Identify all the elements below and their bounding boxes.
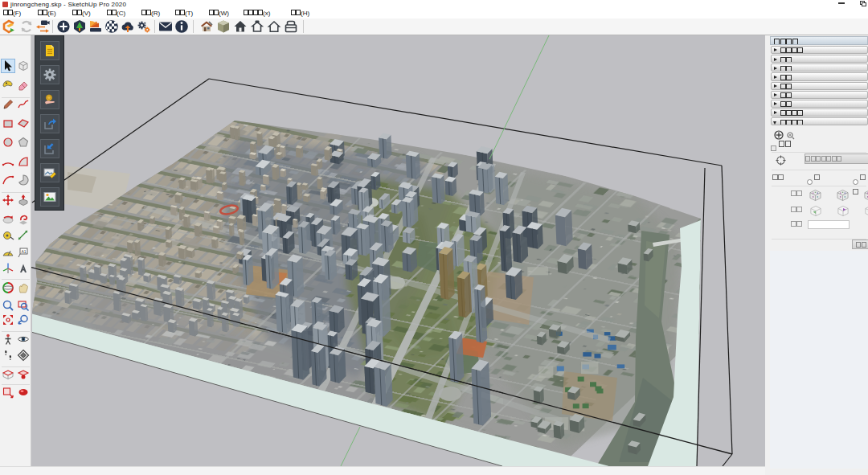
svg-text:A1: A1 (22, 249, 27, 254)
